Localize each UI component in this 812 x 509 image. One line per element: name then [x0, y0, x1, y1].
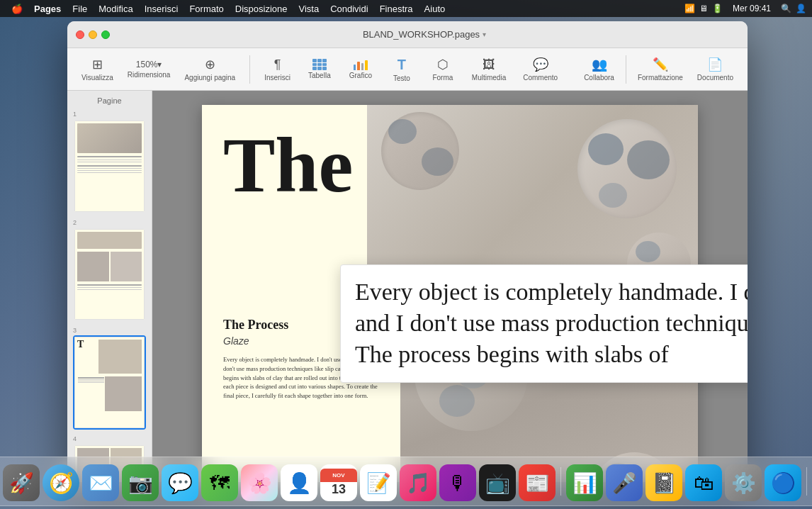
menubar-aiuto[interactable]: Aiuto	[419, 0, 451, 17]
screen-icon: 🖥	[699, 4, 708, 13]
shape-icon: ⬡	[437, 57, 449, 72]
dock-reminders[interactable]: 📝	[360, 464, 397, 501]
dock-news[interactable]: 📰	[519, 464, 556, 501]
add-page-button[interactable]: ⊕ Aggiungi pagina	[179, 54, 241, 84]
toolbar-separator-2	[626, 55, 626, 84]
menubar-file[interactable]: File	[67, 0, 93, 17]
view-button[interactable]: ⊞ Visualizza	[76, 54, 119, 84]
dock-safari[interactable]: 🧭	[43, 464, 79, 501]
pages-panel: Pagine 1 2	[67, 91, 152, 482]
resize-button[interactable]: 150%▾ Ridimensiona	[122, 57, 176, 82]
menubar: 🍎 Pages File Modifica Inserisci Formato …	[0, 0, 812, 17]
format-icon: ✏️	[653, 57, 668, 72]
filename-chevron-icon[interactable]: ▾	[483, 30, 486, 38]
canvas-area[interactable]: The	[152, 91, 748, 482]
page-thumb-1[interactable]	[73, 119, 146, 213]
collaborate-label: Collabora	[584, 74, 614, 82]
page-num-4: 4	[73, 435, 146, 442]
traffic-lights	[76, 30, 110, 39]
menubar-vista[interactable]: Vista	[293, 0, 325, 17]
dock-appstore[interactable]: 🛍	[685, 464, 722, 501]
toolbar-view-group: ⊞ Visualizza 150%▾ Ridimensiona ⊕ Aggiun…	[76, 54, 241, 84]
collaborate-icon: 👥	[592, 57, 607, 72]
text-button[interactable]: T Testo	[384, 54, 419, 85]
dock-calendar[interactable]: NOV 13	[320, 464, 357, 501]
page-thumb-3[interactable]: T	[73, 335, 146, 430]
clay-plate-2	[381, 112, 459, 190]
media-icon: 🖼	[483, 57, 495, 72]
media-button[interactable]: 🖼 Multimedia	[466, 55, 512, 84]
page-thumb-inner-3: T	[74, 337, 145, 428]
tooltip-overlay: Every object is completely handmade. I d…	[340, 264, 748, 383]
chart-button[interactable]: Grafico	[343, 56, 378, 82]
dock-photos[interactable]: 🌸	[241, 464, 278, 501]
battery-icon: 🔋	[712, 4, 723, 13]
apple-icon: 🍎	[11, 4, 23, 14]
menubar-finestra[interactable]: Finestra	[374, 0, 419, 17]
dock-keynote[interactable]: 🎤	[606, 464, 643, 501]
shape-label: Forma	[432, 74, 453, 82]
titlebar-center: BLAND_WORKSHOP.pages ▾	[110, 29, 739, 40]
dock-tv[interactable]: 📺	[479, 464, 516, 501]
document-button[interactable]: 📄 Documento	[692, 54, 739, 84]
menubar-condividi[interactable]: Condividi	[325, 0, 373, 17]
page-thumb-inner-1	[74, 121, 145, 212]
table-button[interactable]: Tabella	[302, 56, 337, 82]
dock-music[interactable]: 🎵	[400, 464, 436, 501]
chart-icon	[354, 59, 368, 70]
insert-button[interactable]: ¶ Inserisci	[259, 55, 296, 84]
maximize-button[interactable]	[101, 30, 110, 39]
search-icon[interactable]: 🔍	[781, 4, 791, 13]
dock-numbers[interactable]: 📊	[566, 464, 603, 501]
page-canvas: The	[202, 105, 698, 482]
menubar-formato[interactable]: Formato	[184, 0, 229, 17]
panel-title: Pagine	[73, 96, 146, 105]
dock-maps[interactable]: 🗺	[201, 464, 238, 501]
collaborate-button[interactable]: 👥 Collabora	[578, 54, 620, 84]
close-button[interactable]	[76, 30, 84, 39]
menubar-left: 🍎 Pages File Modifica Inserisci Formato …	[6, 0, 451, 17]
comment-icon: 💬	[533, 57, 548, 72]
dock-mail[interactable]: ✉️	[82, 464, 119, 501]
dock-messages[interactable]: 💬	[162, 464, 198, 501]
text-icon: T	[397, 57, 406, 73]
menubar-modifica[interactable]: Modifica	[93, 0, 138, 17]
dock-divider	[560, 467, 561, 496]
menubar-right: 📶 🖥 🔋 Mer 09:41 🔍 👤	[684, 0, 806, 17]
tooltip-text: Every object is completely handmade. I d…	[355, 276, 748, 371]
format-button[interactable]: ✏️ Formattazione	[632, 54, 689, 84]
shape-button[interactable]: ⬡ Forma	[425, 54, 461, 84]
titlebar: BLAND_WORKSHOP.pages ▾	[67, 21, 748, 48]
insert-label: Inserisci	[264, 74, 291, 82]
pages-window: BLAND_WORKSHOP.pages ▾ ⊞ Visualizza 150%…	[67, 21, 748, 482]
dock-settings[interactable]: ⚙️	[725, 464, 762, 501]
dock-facetime[interactable]: 📷	[122, 464, 159, 501]
menubar-disposizione[interactable]: Disposizione	[230, 0, 293, 17]
page-thumb-2[interactable]	[73, 228, 146, 322]
dock-contacts[interactable]: 👤	[281, 464, 317, 501]
insert-icon: ¶	[274, 57, 281, 72]
resize-label: Ridimensiona	[128, 71, 171, 79]
document-icon: 📄	[707, 57, 723, 72]
main-area: Pagine 1 2	[67, 91, 748, 482]
table-label: Tabella	[308, 72, 331, 79]
dock: 🗂 🚀 🧭 ✉️ 📷 💬 🗺 🌸 👤 NOV 13 📝 🎵 🎙 📺 📰 📊 🎤 …	[0, 457, 812, 506]
format-label: Formattazione	[638, 74, 683, 82]
view-label: Visualizza	[81, 74, 113, 82]
minimize-button[interactable]	[89, 30, 97, 39]
comment-button[interactable]: 💬 Commento	[517, 54, 563, 84]
chart-label: Grafico	[349, 72, 372, 79]
menubar-time: Mer 09:41	[727, 0, 777, 17]
menubar-inserisci[interactable]: Inserisci	[139, 0, 184, 17]
user-icon[interactable]: 👤	[796, 4, 806, 13]
media-label: Multimedia	[472, 74, 506, 82]
apple-menu[interactable]: 🍎	[6, 0, 28, 17]
page-num-2: 2	[73, 219, 146, 226]
dock-launchpad[interactable]: 🚀	[3, 464, 40, 501]
view-icon: ⊞	[92, 57, 103, 72]
add-page-label: Aggiungi pagina	[184, 74, 235, 82]
dock-podcasts[interactable]: 🎙	[439, 464, 476, 501]
dock-finder2[interactable]: 🔵	[765, 464, 801, 501]
menubar-pages[interactable]: Pages	[28, 0, 67, 17]
dock-notes[interactable]: 📓	[645, 464, 682, 501]
